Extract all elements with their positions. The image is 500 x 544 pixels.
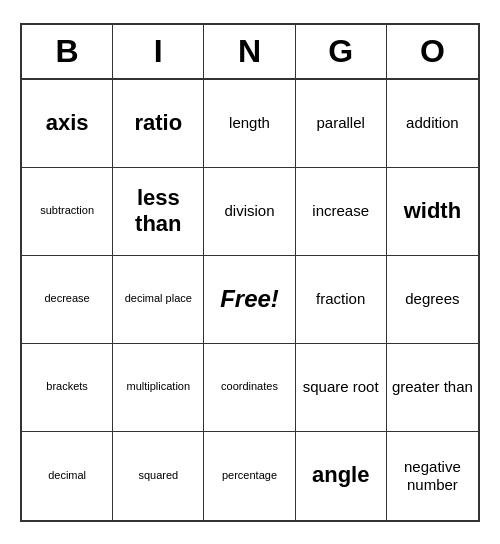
cell-r1-c4: width xyxy=(387,168,478,256)
cell-text: degrees xyxy=(405,290,459,308)
cell-text: fraction xyxy=(316,290,365,308)
cell-r4-c1: squared xyxy=(113,432,204,520)
cell-r3-c2: coordinates xyxy=(204,344,295,432)
header-letter: B xyxy=(22,25,113,78)
cell-r2-c3: fraction xyxy=(296,256,387,344)
cell-r0-c0: axis xyxy=(22,80,113,168)
cell-text: ratio xyxy=(134,110,182,136)
cell-r2-c2: Free! xyxy=(204,256,295,344)
header-letter: G xyxy=(296,25,387,78)
cell-r4-c4: negative number xyxy=(387,432,478,520)
header-letter: N xyxy=(204,25,295,78)
cell-text: decimal xyxy=(48,469,86,482)
cell-r0-c1: ratio xyxy=(113,80,204,168)
cell-r3-c0: brackets xyxy=(22,344,113,432)
cell-text: angle xyxy=(312,462,369,488)
cell-text: decimal place xyxy=(125,292,192,305)
cell-text: negative number xyxy=(391,458,474,494)
cell-text: squared xyxy=(138,469,178,482)
cell-r2-c4: degrees xyxy=(387,256,478,344)
cell-r2-c0: decrease xyxy=(22,256,113,344)
cell-text: parallel xyxy=(317,114,365,132)
cell-text: percentage xyxy=(222,469,277,482)
cell-r3-c3: square root xyxy=(296,344,387,432)
cell-r1-c0: subtraction xyxy=(22,168,113,256)
cell-text: division xyxy=(224,202,274,220)
cell-text: axis xyxy=(46,110,89,136)
cell-r1-c2: division xyxy=(204,168,295,256)
cell-r2-c1: decimal place xyxy=(113,256,204,344)
cell-text: Free! xyxy=(220,285,279,314)
cell-r0-c2: length xyxy=(204,80,295,168)
header-letter: O xyxy=(387,25,478,78)
cell-text: increase xyxy=(312,202,369,220)
cell-text: addition xyxy=(406,114,459,132)
cell-text: brackets xyxy=(46,380,88,393)
cell-text: decrease xyxy=(44,292,89,305)
cell-r0-c4: addition xyxy=(387,80,478,168)
cell-text: coordinates xyxy=(221,380,278,393)
bingo-grid: axisratiolengthparalleladditionsubtracti… xyxy=(22,80,478,520)
cell-r1-c1: less than xyxy=(113,168,204,256)
cell-text: less than xyxy=(117,185,199,238)
cell-text: greater than xyxy=(392,378,473,396)
cell-text: multiplication xyxy=(126,380,190,393)
bingo-header: BINGO xyxy=(22,25,478,80)
cell-r3-c4: greater than xyxy=(387,344,478,432)
header-letter: I xyxy=(113,25,204,78)
cell-r4-c3: angle xyxy=(296,432,387,520)
cell-r4-c2: percentage xyxy=(204,432,295,520)
cell-r0-c3: parallel xyxy=(296,80,387,168)
cell-text: subtraction xyxy=(40,204,94,217)
cell-r1-c3: increase xyxy=(296,168,387,256)
cell-text: length xyxy=(229,114,270,132)
bingo-card: BINGO axisratiolengthparalleladditionsub… xyxy=(20,23,480,522)
cell-text: width xyxy=(404,198,461,224)
cell-text: square root xyxy=(303,378,379,396)
cell-r3-c1: multiplication xyxy=(113,344,204,432)
cell-r4-c0: decimal xyxy=(22,432,113,520)
